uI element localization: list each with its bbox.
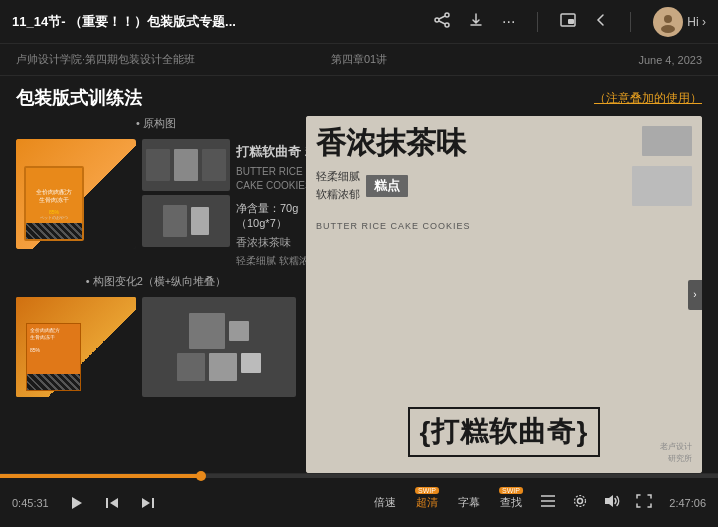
left-top-row: 全价肉肉配方生骨肉冻干 85% ペットのおやつ (16, 139, 296, 268)
subtitle-button[interactable]: 字幕 (452, 493, 486, 512)
thumb-small-1[interactable] (142, 139, 230, 191)
block2 (174, 149, 198, 181)
watermark-line1: 老卢设计 (660, 441, 692, 453)
share-icon[interactable] (434, 12, 450, 32)
svg-line-3 (439, 16, 445, 19)
matcha-subtitle-row: 轻柔细腻 软糯浓郁 糕点 (316, 168, 408, 203)
meta-bar: 卢帅设计学院·第四期包装设计全能班 第四章01讲 June 4, 2023 (0, 44, 718, 76)
prev-button[interactable] (98, 489, 126, 517)
block4 (163, 205, 187, 237)
svg-marker-13 (142, 498, 150, 508)
progress-dot (196, 471, 206, 481)
light-text-1: 轻柔细腻 (316, 168, 360, 186)
block3 (202, 149, 226, 181)
svg-point-18 (575, 496, 586, 507)
divider (537, 12, 538, 32)
watermark: 老卢设计 研究所 (660, 441, 692, 465)
svg-rect-6 (568, 19, 574, 24)
back-icon[interactable] (594, 13, 608, 31)
settings-button[interactable] (568, 493, 592, 512)
block-c (177, 353, 205, 381)
thumb-inner: 全价肉肉配方生骨肉冻干 85% ペットのおやつ (16, 139, 136, 249)
gray-square-1 (642, 126, 692, 156)
bottom-bar: 0:45:31 倍速 SWIP 超清 字幕 (0, 473, 718, 527)
speed-label: 倍速 (374, 496, 396, 508)
matcha-title: 香浓抹茶味 (316, 126, 466, 159)
page-title-row: 包装版式训练法 （注意叠加的使用） (0, 76, 718, 116)
search-badge: SWIP (499, 487, 523, 494)
progress-bar[interactable] (0, 474, 718, 478)
download-icon[interactable] (468, 12, 484, 32)
top-bar-icons: ··· Hi › (434, 7, 706, 37)
chapter-label: 第四章01讲 (245, 52, 474, 67)
light-text-col: 轻柔细腻 软糯浓郁 (316, 168, 360, 203)
progress-fill (0, 474, 201, 478)
block5 (191, 207, 209, 235)
svg-marker-19 (605, 495, 613, 507)
section2-label: • 构图变化2（横+纵向堆叠） (16, 274, 296, 289)
thumb-small-2[interactable] (142, 195, 230, 247)
course-name: 卢帅设计学院·第四期包装设计全能班 (16, 52, 245, 67)
thumb-bottom-left[interactable]: 全价肉肉配方生骨肉冻干85% (16, 297, 136, 397)
svg-point-17 (578, 499, 583, 504)
time-elapsed: 0:45:31 (12, 497, 54, 509)
subtitle-label: 字幕 (458, 496, 480, 508)
page-title: 包装版式训练法 (16, 86, 142, 110)
note-link[interactable]: （注意叠加的使用） (594, 90, 702, 107)
light-text-2: 软糯浓郁 (316, 186, 360, 204)
top-bar: 11_14节- （重要！！）包装版式专题... ··· (0, 0, 718, 44)
date-label: June 4, 2023 (473, 54, 702, 66)
brand-name-area: {打糕软曲奇} (316, 407, 692, 457)
left-panel: • 原构图 全价肉肉配方生骨肉冻干 85% ペットのおやつ (16, 116, 296, 473)
svg-point-8 (661, 25, 675, 33)
next-slide-arrow[interactable]: › (688, 280, 702, 310)
blocks-row-2 (177, 353, 261, 381)
svg-rect-12 (152, 498, 154, 508)
list-button[interactable] (536, 494, 560, 511)
play-button[interactable] (62, 489, 90, 517)
quality-label: 超清 (416, 496, 438, 508)
volume-button[interactable] (600, 494, 624, 511)
fullscreen-button[interactable] (632, 494, 656, 511)
en-subtitle: BUTTER RICE CAKE COOKIES (316, 221, 471, 231)
video-title: 11_14节- （重要！！）包装版式专题... (12, 13, 434, 31)
product-box-illustration: 全价肉肉配方生骨肉冻干 85% ペットのおやつ (24, 166, 84, 241)
blocks-row-1 (189, 313, 249, 349)
right-panel: 香浓抹茶味 轻柔细腻 软糯浓郁 糕点 BUTTER RICE CAKE COOK… (306, 116, 702, 473)
block-d (209, 353, 237, 381)
content-area: 包装版式训练法 （注意叠加的使用） • 原构图 全价肉肉配方生骨肉冻干 85% (0, 76, 718, 473)
block-b (229, 321, 249, 341)
left-bottom-row: 全价肉肉配方生骨肉冻干85% (16, 297, 296, 397)
block1 (146, 149, 170, 181)
svg-rect-10 (106, 498, 108, 508)
block-e (241, 353, 261, 373)
product-thumbnail[interactable]: 全价肉肉配方生骨肉冻干 85% ペットのおやつ (16, 139, 136, 249)
avatar-button[interactable]: Hi › (653, 7, 706, 37)
pip-icon[interactable] (560, 13, 576, 31)
svg-marker-11 (110, 498, 118, 508)
tag-box: 糕点 (366, 175, 408, 197)
next-button[interactable] (134, 489, 162, 517)
svg-point-2 (435, 18, 439, 22)
watermark-line2: 研究所 (660, 453, 692, 465)
quality-badge: SWIP (415, 487, 439, 494)
hi-label: Hi › (687, 15, 706, 29)
more-icon[interactable]: ··· (502, 13, 515, 31)
main-content: • 原构图 全价肉肉配方生骨肉冻干 85% ペットのおやつ (0, 116, 718, 473)
search-button[interactable]: SWIP 查找 (494, 493, 528, 512)
svg-marker-9 (72, 497, 82, 509)
thumb-bottom-right[interactable] (142, 297, 296, 397)
svg-point-1 (445, 23, 449, 27)
controls-row: 0:45:31 倍速 SWIP 超清 字幕 (0, 478, 718, 527)
block-a (189, 313, 225, 349)
thumb-right-col (142, 139, 230, 268)
svg-point-7 (664, 15, 672, 23)
preview-card: 香浓抹茶味 轻柔细腻 软糯浓郁 糕点 BUTTER RICE CAKE COOK… (306, 116, 702, 473)
section1-label: • 原构图 (16, 116, 296, 131)
brand-bracket: {打糕软曲奇} (408, 407, 601, 457)
search-label: 查找 (500, 496, 522, 508)
quality-button[interactable]: SWIP 超清 (410, 493, 444, 512)
speed-button[interactable]: 倍速 (368, 493, 402, 512)
svg-line-4 (439, 21, 445, 24)
time-total: 2:47:06 (664, 497, 706, 509)
